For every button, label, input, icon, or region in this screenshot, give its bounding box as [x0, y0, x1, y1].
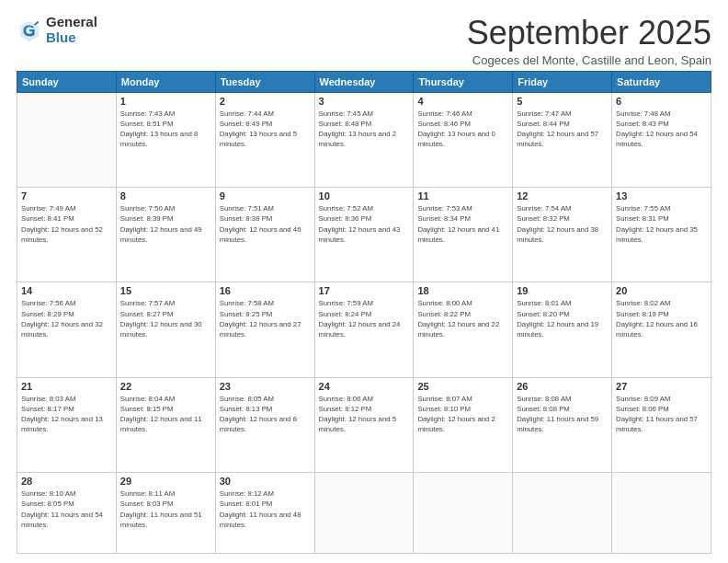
month-title: September 2025 — [467, 15, 711, 52]
calendar-cell: 8Sunrise: 7:50 AMSunset: 8:39 PMDaylight… — [116, 187, 215, 282]
day-info: Sunrise: 8:02 AMSunset: 8:19 PMDaylight:… — [616, 298, 707, 339]
day-number: 2 — [220, 96, 311, 107]
logo-blue-text: Blue — [46, 30, 97, 46]
weekday-header-row: Sunday Monday Tuesday Wednesday Thursday… — [17, 71, 711, 92]
day-number: 29 — [120, 476, 211, 487]
calendar-cell: 16Sunrise: 7:58 AMSunset: 8:25 PMDayligh… — [215, 282, 314, 377]
day-info: Sunrise: 7:47 AMSunset: 8:44 PMDaylight:… — [517, 109, 608, 150]
week-row-3: 21Sunrise: 8:03 AMSunset: 8:17 PMDayligh… — [17, 377, 711, 472]
week-row-4: 28Sunrise: 8:10 AMSunset: 8:05 PMDayligh… — [17, 472, 711, 553]
header-friday: Friday — [513, 71, 612, 92]
header-tuesday: Tuesday — [215, 71, 314, 92]
calendar-cell: 14Sunrise: 7:56 AMSunset: 8:29 PMDayligh… — [17, 282, 117, 377]
day-number: 10 — [319, 190, 410, 201]
calendar-cell: 22Sunrise: 8:04 AMSunset: 8:15 PMDayligh… — [116, 377, 215, 472]
day-info: Sunrise: 8:11 AMSunset: 8:03 PMDaylight:… — [120, 488, 211, 530]
header-wednesday: Wednesday — [314, 71, 414, 92]
day-number: 13 — [616, 190, 707, 201]
day-number: 27 — [616, 381, 707, 392]
day-info: Sunrise: 8:00 AMSunset: 8:22 PMDaylight:… — [417, 298, 508, 339]
day-info: Sunrise: 7:51 AMSunset: 8:38 PMDaylight:… — [220, 203, 311, 245]
day-number: 3 — [319, 96, 410, 107]
day-info: Sunrise: 7:50 AMSunset: 8:39 PMDaylight:… — [120, 203, 211, 245]
day-info: Sunrise: 7:58 AMSunset: 8:25 PMDaylight:… — [220, 298, 311, 339]
day-number: 28 — [21, 476, 112, 487]
day-info: Sunrise: 7:57 AMSunset: 8:27 PMDaylight:… — [120, 298, 211, 339]
location-subtitle: Cogeces del Monte, Castille and Leon, Sp… — [467, 53, 711, 67]
header-thursday: Thursday — [414, 71, 513, 92]
day-info: Sunrise: 8:09 AMSunset: 8:06 PMDaylight:… — [616, 394, 707, 435]
day-info: Sunrise: 7:55 AMSunset: 8:31 PMDaylight:… — [616, 203, 707, 245]
calendar-cell: 17Sunrise: 7:59 AMSunset: 8:24 PMDayligh… — [314, 282, 414, 377]
header-monday: Monday — [116, 71, 215, 92]
calendar-cell: 4Sunrise: 7:46 AMSunset: 8:46 PMDaylight… — [414, 92, 513, 187]
calendar-cell: 26Sunrise: 8:08 AMSunset: 8:08 PMDayligh… — [513, 377, 612, 472]
calendar-cell: 20Sunrise: 8:02 AMSunset: 8:19 PMDayligh… — [612, 282, 711, 377]
day-info: Sunrise: 7:49 AMSunset: 8:41 PMDaylight:… — [21, 203, 112, 245]
calendar-cell: 24Sunrise: 8:06 AMSunset: 8:12 PMDayligh… — [314, 377, 414, 472]
calendar-cell — [513, 472, 612, 553]
calendar-cell: 25Sunrise: 8:07 AMSunset: 8:10 PMDayligh… — [414, 377, 513, 472]
day-number: 21 — [21, 381, 112, 392]
day-info: Sunrise: 7:53 AMSunset: 8:34 PMDaylight:… — [417, 203, 508, 245]
day-number: 22 — [120, 381, 211, 392]
calendar-table: Sunday Monday Tuesday Wednesday Thursday… — [17, 71, 711, 554]
day-info: Sunrise: 8:01 AMSunset: 8:20 PMDaylight:… — [517, 298, 608, 339]
day-info: Sunrise: 7:48 AMSunset: 8:43 PMDaylight:… — [616, 109, 707, 150]
calendar-cell: 10Sunrise: 7:52 AMSunset: 8:36 PMDayligh… — [314, 187, 414, 282]
day-number: 14 — [21, 285, 112, 296]
calendar-cell: 19Sunrise: 8:01 AMSunset: 8:20 PMDayligh… — [513, 282, 612, 377]
calendar-cell: 12Sunrise: 7:54 AMSunset: 8:32 PMDayligh… — [513, 187, 612, 282]
day-number: 24 — [319, 381, 410, 392]
day-number: 1 — [120, 96, 211, 107]
day-info: Sunrise: 7:52 AMSunset: 8:36 PMDaylight:… — [319, 203, 410, 245]
calendar-cell: 5Sunrise: 7:47 AMSunset: 8:44 PMDaylight… — [513, 92, 612, 187]
day-info: Sunrise: 8:06 AMSunset: 8:12 PMDaylight:… — [319, 394, 410, 435]
day-info: Sunrise: 8:04 AMSunset: 8:15 PMDaylight:… — [120, 394, 211, 435]
calendar-cell: 27Sunrise: 8:09 AMSunset: 8:06 PMDayligh… — [612, 377, 711, 472]
week-row-1: 7Sunrise: 7:49 AMSunset: 8:41 PMDaylight… — [17, 187, 711, 282]
day-info: Sunrise: 8:03 AMSunset: 8:17 PMDaylight:… — [21, 394, 112, 435]
calendar-cell — [17, 92, 117, 187]
day-info: Sunrise: 8:12 AMSunset: 8:01 PMDaylight:… — [220, 488, 311, 530]
day-number: 12 — [517, 190, 608, 201]
calendar-cell: 11Sunrise: 7:53 AMSunset: 8:34 PMDayligh… — [414, 187, 513, 282]
calendar-cell: 28Sunrise: 8:10 AMSunset: 8:05 PMDayligh… — [17, 472, 117, 553]
day-number: 17 — [319, 285, 410, 296]
day-number: 26 — [517, 381, 608, 392]
day-number: 6 — [616, 96, 707, 107]
calendar-cell: 29Sunrise: 8:11 AMSunset: 8:03 PMDayligh… — [116, 472, 215, 553]
day-info: Sunrise: 7:45 AMSunset: 8:48 PMDaylight:… — [319, 109, 410, 150]
calendar-cell: 13Sunrise: 7:55 AMSunset: 8:31 PMDayligh… — [612, 187, 711, 282]
day-number: 23 — [220, 381, 311, 392]
calendar-cell: 6Sunrise: 7:48 AMSunset: 8:43 PMDaylight… — [612, 92, 711, 187]
header-right: September 2025 Cogeces del Monte, Castil… — [467, 15, 711, 67]
logo-general-text: General — [46, 15, 97, 30]
calendar-cell — [314, 472, 414, 553]
day-number: 18 — [417, 285, 508, 296]
calendar-cell: 3Sunrise: 7:45 AMSunset: 8:48 PMDaylight… — [314, 92, 414, 187]
calendar-cell: 2Sunrise: 7:44 AMSunset: 8:49 PMDaylight… — [215, 92, 314, 187]
day-info: Sunrise: 7:59 AMSunset: 8:24 PMDaylight:… — [319, 298, 410, 339]
calendar-cell: 30Sunrise: 8:12 AMSunset: 8:01 PMDayligh… — [215, 472, 314, 553]
calendar-cell: 21Sunrise: 8:03 AMSunset: 8:17 PMDayligh… — [17, 377, 117, 472]
calendar-cell: 7Sunrise: 7:49 AMSunset: 8:41 PMDaylight… — [17, 187, 117, 282]
day-info: Sunrise: 8:05 AMSunset: 8:13 PMDaylight:… — [220, 394, 311, 435]
day-number: 4 — [417, 96, 508, 107]
header-sunday: Sunday — [17, 71, 117, 92]
day-number: 7 — [21, 190, 112, 201]
calendar-cell: 1Sunrise: 7:43 AMSunset: 8:51 PMDaylight… — [116, 92, 215, 187]
day-number: 5 — [517, 96, 608, 107]
calendar-cell: 15Sunrise: 7:57 AMSunset: 8:27 PMDayligh… — [116, 282, 215, 377]
day-number: 16 — [220, 285, 311, 296]
calendar-cell: 9Sunrise: 7:51 AMSunset: 8:38 PMDaylight… — [215, 187, 314, 282]
day-number: 30 — [220, 476, 311, 487]
day-info: Sunrise: 8:07 AMSunset: 8:10 PMDaylight:… — [417, 394, 508, 435]
calendar-cell: 18Sunrise: 8:00 AMSunset: 8:22 PMDayligh… — [414, 282, 513, 377]
day-number: 8 — [120, 190, 211, 201]
logo-icon — [17, 17, 42, 43]
day-number: 11 — [417, 190, 508, 201]
day-info: Sunrise: 7:46 AMSunset: 8:46 PMDaylight:… — [417, 109, 508, 150]
day-info: Sunrise: 7:44 AMSunset: 8:49 PMDaylight:… — [220, 109, 311, 150]
day-info: Sunrise: 7:54 AMSunset: 8:32 PMDaylight:… — [517, 203, 608, 245]
